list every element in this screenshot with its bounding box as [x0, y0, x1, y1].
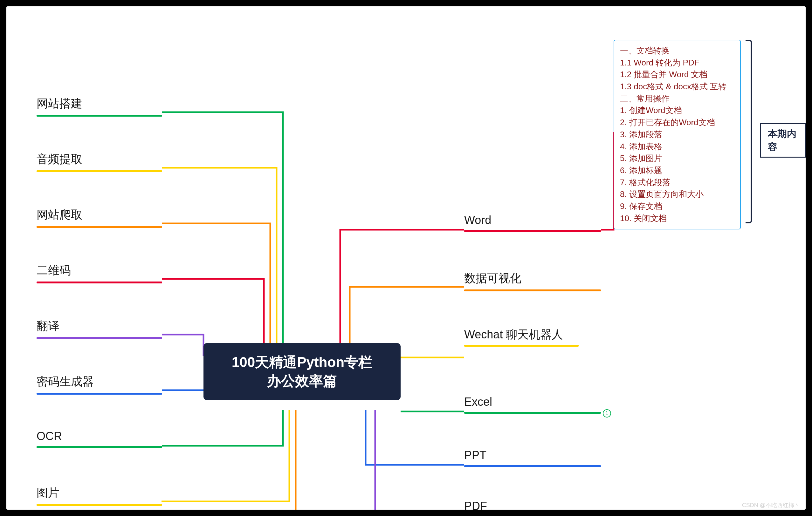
left-node-image: 图片	[36, 485, 162, 501]
detail-line: 9. 保存文档	[620, 201, 734, 213]
node-underline	[36, 446, 162, 448]
right-node-dataviz: 数据可视化	[464, 271, 601, 286]
node-underline	[36, 504, 162, 506]
right-node-excel: Excel 1	[464, 395, 601, 408]
left-node-audio-extract: 音频提取	[36, 152, 162, 167]
central-line2: 办公效率篇	[267, 373, 337, 389]
node-label: 翻译	[36, 319, 59, 332]
node-underline	[464, 290, 601, 291]
detail-line: 二、常用操作	[620, 93, 734, 105]
node-label: 音频提取	[36, 153, 82, 165]
central-node: 100天精通Python专栏 办公效率篇	[203, 343, 401, 400]
node-underline	[464, 412, 601, 414]
node-underline	[36, 337, 162, 339]
node-label: PDF	[464, 499, 487, 513]
right-node-pdf: PDF	[464, 499, 601, 513]
left-node-website-build: 网站搭建	[36, 96, 162, 112]
central-line1: 100天精通Python专栏	[232, 354, 373, 370]
node-underline	[36, 393, 162, 395]
left-node-qrcode: 二维码	[36, 263, 162, 278]
detail-line: 8. 设置页面方向和大小	[620, 188, 734, 201]
left-node-web-scrape: 网站爬取	[36, 207, 162, 223]
bracket-icon	[746, 40, 752, 223]
detail-line: 1.2 批量合并 Word 文档	[620, 69, 734, 81]
node-label: 图片	[36, 486, 59, 499]
node-underline	[36, 115, 162, 117]
node-label: Word	[464, 214, 491, 226]
node-underline	[464, 230, 601, 232]
detail-box-word: 一、文档转换 1.1 Word 转化为 PDF 1.2 批量合并 Word 文档…	[614, 40, 741, 230]
left-node-translate: 翻译	[36, 318, 162, 334]
detail-line: 1. 创建Word文档	[620, 104, 734, 117]
node-underline	[36, 281, 162, 283]
detail-line: 1.3 doc格式 & docx格式 互转	[620, 81, 734, 93]
detail-line: 一、文档转换	[620, 45, 734, 57]
node-label: Excel	[464, 395, 492, 408]
node-label: 网站搭建	[36, 97, 82, 110]
node-underline	[36, 226, 162, 228]
watermark-text: CSDN @不吃西红柿丶	[742, 502, 800, 509]
node-underline	[464, 465, 601, 467]
detail-line: 1.1 Word 转化为 PDF	[620, 57, 734, 69]
node-label: 密码生成器	[36, 375, 94, 388]
detail-line: 6. 添加标题	[620, 164, 734, 177]
node-label: 二维码	[36, 264, 71, 277]
issue-label: 本期内容	[760, 123, 806, 158]
node-underline	[36, 170, 162, 172]
right-node-wechat: Wechat 聊天机器人	[464, 327, 579, 342]
node-underline	[464, 345, 579, 347]
left-node-password-gen: 密码生成器	[36, 374, 162, 390]
node-label: 网站爬取	[36, 208, 82, 221]
detail-line: 3. 添加段落	[620, 129, 734, 141]
right-node-ppt: PPT	[464, 449, 601, 462]
detail-line: 10. 关闭文档	[620, 213, 734, 225]
detail-line: 2. 打开已存在的Word文档	[620, 117, 734, 129]
right-node-word: Word	[464, 214, 601, 227]
detail-line: 5. 添加图片	[620, 153, 734, 164]
detail-line: 7. 格式化段落	[620, 177, 734, 189]
mindmap-canvas: 100天精通Python专栏 办公效率篇 网站搭建 音频提取 网站爬取 二维码 …	[6, 6, 806, 510]
node-label: 数据可视化	[464, 272, 521, 285]
node-label: OCR	[36, 430, 62, 443]
left-node-ocr: OCR	[36, 430, 162, 443]
node-label: Wechat 聊天机器人	[464, 328, 563, 341]
detail-line: 4. 添加表格	[620, 141, 734, 153]
count-badge: 1	[603, 409, 611, 418]
node-label: PPT	[464, 449, 487, 462]
